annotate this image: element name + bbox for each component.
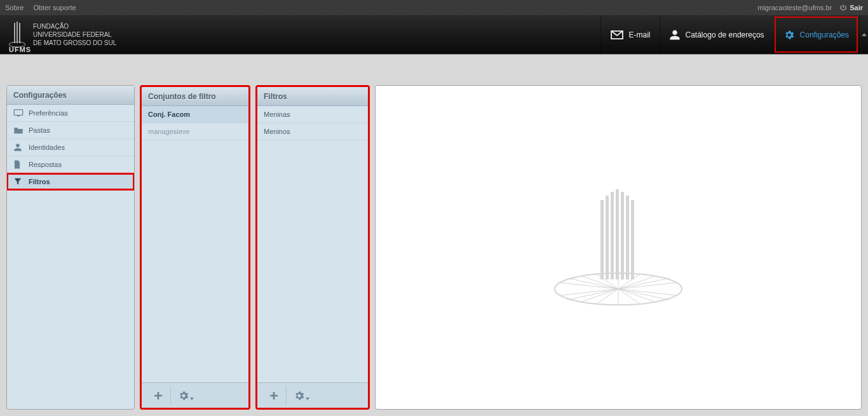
- nav-settings[interactable]: Configurações: [775, 17, 858, 53]
- gear-icon: [178, 390, 189, 401]
- filterset-item[interactable]: managesieve: [142, 123, 248, 140]
- nav-contacts[interactable]: Catálogo de endereços: [660, 15, 773, 54]
- logout-label: Sair: [850, 4, 863, 11]
- filter-item-label: Meninos: [264, 128, 290, 135]
- settings-item-label: Preferências: [29, 109, 68, 117]
- svg-rect-5: [17, 116, 20, 116]
- filtersets-panel-title: Conjuntos de filtro: [142, 87, 248, 106]
- filterset-item-label: Conj. Facom: [148, 111, 190, 118]
- person-icon: [669, 29, 681, 41]
- settings-item-responses[interactable]: Respostas: [7, 156, 134, 173]
- main-area: Configurações Preferências Pastas Identi…: [0, 55, 868, 416]
- svg-rect-29: [621, 192, 624, 279]
- document-icon: [13, 160, 25, 169]
- svg-rect-26: [606, 196, 609, 279]
- org-logo-block: FUNDAÇÃO UNIVERSIDADE FEDERAL DE MATO GR…: [8, 20, 116, 50]
- main-nav: E-mail Catálogo de endereços Configuraçõ…: [600, 15, 869, 54]
- top-bar: Sobre Obter suporte migracaoteste@ufms.b…: [0, 0, 868, 15]
- filter-icon: [13, 177, 25, 186]
- svg-rect-2: [17, 22, 18, 43]
- watermark-logo: [376, 86, 861, 409]
- nav-email[interactable]: E-mail: [600, 15, 660, 54]
- nav-settings-label: Configurações: [800, 30, 849, 39]
- settings-item-label: Pastas: [29, 126, 50, 134]
- ufms-text: UFMS: [9, 46, 31, 53]
- power-icon: [839, 4, 847, 11]
- nav-dropdown-toggle[interactable]: [859, 15, 868, 54]
- person-icon: [13, 143, 25, 152]
- plus-icon: [153, 391, 163, 401]
- settings-item-label: Filtros: [29, 178, 50, 185]
- org-line1: FUNDAÇÃO: [33, 22, 116, 30]
- filterset-item-label: managesieve: [148, 128, 189, 135]
- app-header: FUNDAÇÃO UNIVERSIDADE FEDERAL DE MATO GR…: [0, 15, 868, 55]
- filtersets-panel: Conjuntos de filtro Conj. Facom managesi…: [140, 85, 250, 410]
- org-line2: UNIVERSIDADE FEDERAL: [33, 30, 116, 39]
- filter-actions-button[interactable]: [287, 386, 312, 405]
- add-filterset-button[interactable]: [146, 386, 171, 405]
- support-link[interactable]: Obter suporte: [33, 4, 76, 11]
- gear-icon: [294, 390, 305, 401]
- org-line3: DE MATO GROSSO DO SUL: [33, 39, 116, 47]
- add-filter-button[interactable]: [261, 386, 287, 405]
- filterset-actions-button[interactable]: [171, 386, 196, 405]
- about-link[interactable]: Sobre: [5, 4, 24, 11]
- filter-item[interactable]: Meninos: [257, 123, 368, 140]
- user-email: migracaoteste@ufms.br: [757, 4, 832, 11]
- settings-item-filters[interactable]: Filtros: [7, 173, 134, 191]
- folder-icon: [13, 126, 25, 135]
- svg-rect-3: [19, 23, 20, 43]
- svg-rect-1: [14, 23, 15, 43]
- nav-email-label: E-mail: [629, 30, 651, 39]
- content-panel: [375, 85, 862, 410]
- settings-panel: Configurações Preferências Pastas Identi…: [6, 85, 135, 410]
- filter-item-label: Meninas: [264, 111, 290, 118]
- filterset-item[interactable]: Conj. Facom: [142, 106, 248, 123]
- settings-item-label: Respostas: [29, 161, 62, 168]
- settings-item-folders[interactable]: Pastas: [7, 122, 134, 139]
- svg-rect-31: [631, 200, 634, 279]
- svg-rect-28: [616, 189, 619, 279]
- settings-item-preferences[interactable]: Preferências: [7, 105, 134, 122]
- filter-item[interactable]: Meninas: [257, 106, 368, 123]
- settings-item-identities[interactable]: Identidades: [7, 139, 134, 156]
- settings-panel-title: Configurações: [7, 86, 134, 105]
- ufms-watermark-icon: [548, 178, 688, 318]
- svg-rect-25: [600, 200, 604, 279]
- svg-rect-4: [14, 110, 22, 116]
- mail-icon: [610, 30, 624, 40]
- logout-button[interactable]: Sair: [839, 4, 863, 11]
- ufms-logo-icon: [8, 20, 27, 50]
- filters-panel: Filtros Meninas Meninos: [255, 85, 370, 410]
- filters-panel-title: Filtros: [257, 87, 368, 106]
- nav-contacts-label: Catálogo de endereços: [686, 30, 764, 39]
- settings-item-label: Identidades: [29, 144, 65, 151]
- svg-rect-30: [626, 196, 629, 279]
- plus-icon: [269, 391, 279, 401]
- gear-icon: [783, 29, 795, 41]
- monitor-icon: [13, 109, 25, 117]
- svg-rect-27: [611, 192, 614, 279]
